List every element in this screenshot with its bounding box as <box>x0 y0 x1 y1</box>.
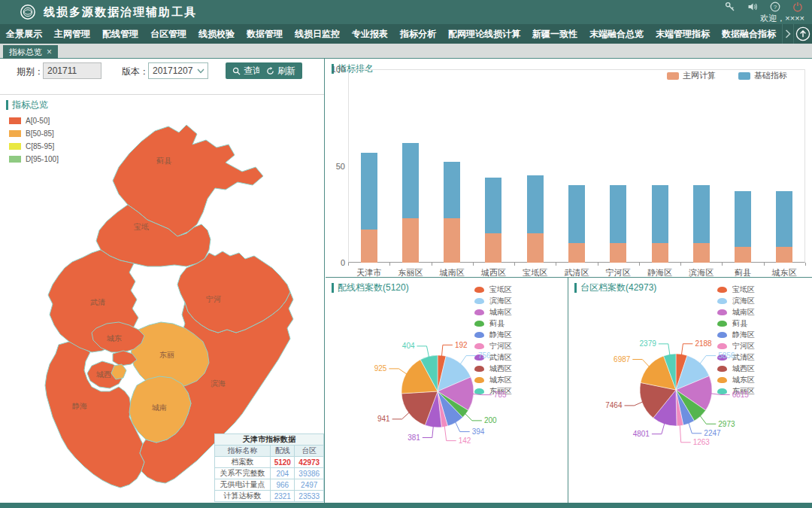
tab-indicator-overview[interactable]: 指标总览 × <box>3 45 58 59</box>
x-axis-tick <box>680 263 681 266</box>
nav-item-5[interactable]: 线损校验 <box>192 24 241 44</box>
pie-label-line <box>699 356 716 365</box>
period-input[interactable] <box>43 62 102 79</box>
bar-滨海区-主网计算[interactable] <box>693 243 710 263</box>
pie-label-line <box>625 402 644 406</box>
sound-icon[interactable] <box>747 2 758 12</box>
bar-宝坻区-主网计算[interactable] <box>527 233 544 263</box>
pie-label-line <box>681 344 692 356</box>
table-row: 关系不完整数20439386 <box>215 468 324 479</box>
bar-天津市-主网计算[interactable] <box>361 230 377 263</box>
table-row: 档案数512042973 <box>215 457 324 468</box>
bar-城东区-基础指标[interactable] <box>776 191 792 248</box>
line-archives-pie-panel: 配线档案数(5120) 宝坻区滨海区城南区蓟县静海区宁河区武清区城西区城东区东丽… <box>326 278 568 503</box>
bar-东丽区-基础指标[interactable] <box>402 143 419 218</box>
bar-蓟县-基础指标[interactable] <box>735 191 751 248</box>
search-icon <box>232 67 241 75</box>
table-row: 无供电计量点9662497 <box>215 479 324 491</box>
pie-value-label: 2973 <box>718 420 735 428</box>
tab-close-icon[interactable]: × <box>47 47 52 57</box>
bottom-strip <box>0 503 812 508</box>
y-axis-tick: 50 <box>327 162 345 171</box>
pie-value-label: 2247 <box>704 429 721 437</box>
pie-label-line <box>444 425 456 440</box>
nav-more-button[interactable] <box>782 24 793 44</box>
arrow-up-circle-icon <box>795 26 810 41</box>
x-axis-label: 滨海区 <box>689 267 714 278</box>
nav-item-7[interactable]: 线损日监控 <box>289 24 346 44</box>
bar-宁河区-基础指标[interactable] <box>610 185 626 243</box>
x-axis-tick <box>389 263 390 266</box>
app-window: 线损多源数据治理辅助工具 ? 欢 <box>0 0 812 508</box>
version-select[interactable]: 20171207 <box>148 62 208 79</box>
pie-value-label: 2188 <box>695 339 712 348</box>
main-content: 期别： 版本： 20171207 查询 <box>0 59 812 503</box>
pie-value-label: 142 <box>459 437 471 445</box>
nav-item-1[interactable]: 全景展示 <box>0 24 48 44</box>
bar-天津市-基础指标[interactable] <box>361 153 377 230</box>
bar-城西区-主网计算[interactable] <box>485 233 501 263</box>
x-axis-tick <box>473 263 474 266</box>
pie-label-line <box>472 394 492 394</box>
nav-item-11[interactable]: 新疆一致性 <box>526 24 583 44</box>
pie-label-line <box>689 422 702 433</box>
nav-item-2[interactable]: 主网管理 <box>48 24 96 44</box>
x-axis-tick <box>598 263 598 266</box>
bar-蓟县-主网计算[interactable] <box>735 247 751 263</box>
bar-宝坻区-基础指标[interactable] <box>527 175 544 233</box>
power-icon[interactable] <box>792 2 803 12</box>
pie-label-line <box>389 369 407 375</box>
bar-城东区-主网计算[interactable] <box>776 247 792 263</box>
nav-item-4[interactable]: 台区管理 <box>144 24 192 44</box>
pie-value-label: 192 <box>455 341 468 349</box>
indicator-ranking-panel: 指标排名 主网计算基础指标 050100天津市东丽区城南区城西区宝坻区武清区宁河… <box>326 59 812 278</box>
tab-bar: 指标总览 × <box>0 44 812 59</box>
bar-静海区-基础指标[interactable] <box>652 185 668 243</box>
pie-label-line <box>423 426 434 438</box>
bar-东丽区-主网计算[interactable] <box>402 218 419 263</box>
x-axis-label: 静海区 <box>647 267 672 278</box>
bar-武清区-主网计算[interactable] <box>568 243 585 263</box>
period-label: 期别： <box>17 65 44 78</box>
bar-静海区-主网计算[interactable] <box>652 243 668 263</box>
bar-城南区-基础指标[interactable] <box>444 162 460 218</box>
bar-城南区-主网计算[interactable] <box>444 218 460 263</box>
pie-value-label: 404 <box>402 342 415 350</box>
app-logo-icon <box>20 4 36 20</box>
nav-item-10[interactable]: 配网理论线损计算 <box>442 24 526 44</box>
table-header: 指标名称 <box>215 446 271 457</box>
nav-item-9[interactable]: 指标分析 <box>394 24 442 44</box>
pie-value-label: 2379 <box>640 339 657 348</box>
pie-label-line <box>659 344 670 356</box>
chevron-right-icon <box>785 29 791 38</box>
refresh-icon <box>266 67 274 75</box>
x-axis-tick <box>556 263 556 266</box>
nav-item-13[interactable]: 末端管理指标 <box>650 24 716 44</box>
x-axis-label: 城南区 <box>440 267 465 278</box>
x-axis-label: 天津市 <box>356 267 381 278</box>
nav-item-3[interactable]: 配线管理 <box>96 24 144 44</box>
bar-城西区-基础指标[interactable] <box>485 178 501 234</box>
back-to-top-button[interactable] <box>793 24 812 44</box>
nav-item-12[interactable]: 末端融合总览 <box>583 24 650 44</box>
bar-武清区-基础指标[interactable] <box>568 185 585 243</box>
pie-value-label: 785 <box>494 391 507 399</box>
x-axis-label: 宁河区 <box>606 267 631 278</box>
table-row: 计算达标数232123533 <box>215 491 324 502</box>
bar-宁河区-主网计算[interactable] <box>610 243 626 263</box>
x-axis-tick <box>764 263 765 266</box>
table-title: 天津市指标数据 <box>215 434 324 446</box>
key-icon[interactable] <box>725 2 735 12</box>
pie-value-label: 941 <box>377 415 390 423</box>
nav-item-8[interactable]: 专业报表 <box>346 24 394 44</box>
nav-item-6[interactable]: 数据管理 <box>241 24 289 44</box>
pie-label-line <box>465 413 482 421</box>
refresh-button[interactable]: 刷新 <box>259 62 302 79</box>
bar-滨海区-基础指标[interactable] <box>693 185 710 243</box>
pie-row: 配线档案数(5120) 宝坻区滨海区城南区蓟县静海区宁河区武清区城西区城东区东丽… <box>326 278 812 503</box>
help-icon[interactable]: ? <box>770 2 780 12</box>
x-axis-tick <box>514 263 515 266</box>
pie-value-label: 1263 <box>693 438 710 446</box>
nav-item-14[interactable]: 数据融合指标 <box>716 24 782 44</box>
pie-value-label: 200 <box>484 416 497 424</box>
